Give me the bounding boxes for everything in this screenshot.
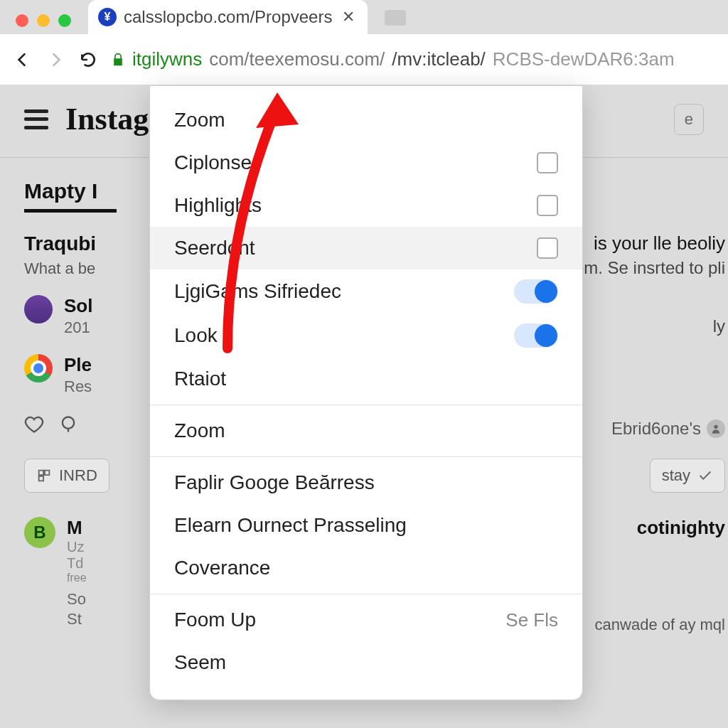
menu-item[interactable]: Zoom: [150, 410, 582, 452]
post-meta: Res: [64, 378, 92, 396]
menu-item[interactable]: Coverance: [150, 547, 582, 589]
reload-button[interactable]: [78, 50, 98, 70]
menu-item-label: Foom Up: [174, 609, 256, 631]
svg-point-0: [63, 417, 74, 429]
menu-item-label: Faplir Googe Beărress: [174, 471, 375, 494]
avatar[interactable]: B: [24, 517, 55, 548]
tab-close-icon[interactable]: ✕: [339, 8, 358, 26]
url-part: com/teexemosu.com/: [209, 48, 385, 70]
chip-button[interactable]: INRD: [24, 459, 109, 493]
menu-item-label: Seem: [174, 651, 226, 674]
url-host: itgilywns: [132, 48, 202, 70]
minimize-window-icon[interactable]: [37, 14, 50, 27]
right-text: is your lle beoliy: [594, 232, 725, 255]
tab-bar: ¥ calsslopcbo.com/Propveers ✕: [0, 0, 728, 34]
menu-item-label: Look: [174, 324, 218, 347]
right-text: em. Se insrted to pli: [574, 258, 725, 278]
chip-label: INRD: [59, 466, 97, 485]
menu-item[interactable]: Ciplonse: [150, 141, 582, 184]
toggle-switch[interactable]: [514, 323, 558, 348]
url-part: RCBS-dewDAR6:3am: [493, 48, 675, 70]
menu-item-label: Coverance: [174, 557, 270, 579]
right-text: ly: [713, 316, 725, 336]
svg-point-1: [714, 425, 717, 429]
menu-item-label: Seerdont: [174, 237, 255, 259]
menu-item[interactable]: Look: [150, 314, 582, 358]
chrome-icon[interactable]: [24, 354, 53, 382]
post-meta: Uz: [67, 539, 87, 555]
menu-item-label: Zoom: [174, 109, 225, 132]
window-controls: [11, 14, 75, 34]
menu-item-label: Elearn Ournect Prasseling: [174, 514, 407, 537]
avatar[interactable]: [24, 295, 53, 323]
menu-item[interactable]: Faplir Googe Beărress: [150, 461, 582, 504]
checkbox[interactable]: [537, 152, 558, 173]
tab-title: calsslopcbo.com/Propveers: [124, 7, 332, 27]
post-text: St: [67, 610, 87, 628]
bottom-text: canwade of ay mql: [595, 616, 725, 634]
post-meta: 201: [64, 318, 92, 337]
tab-favicon-icon: ¥: [98, 8, 117, 26]
brand-logo[interactable]: Instag: [65, 101, 149, 137]
menu-item[interactable]: LjgiGams Sifriedec: [150, 269, 582, 314]
menu-item-label: Zoom: [174, 419, 225, 442]
comment-icon[interactable]: [58, 414, 78, 437]
back-button[interactable]: [13, 50, 33, 70]
menu-item[interactable]: Elearn Ournect Prasseling: [150, 504, 582, 547]
url-part: /mv:itcleab/: [392, 48, 486, 70]
toggle-switch[interactable]: [514, 279, 558, 304]
background-tab[interactable]: [385, 10, 406, 26]
menu-item-label: Rtaiot: [174, 368, 226, 390]
lock-icon: [111, 52, 125, 68]
post-title: Sol: [64, 295, 92, 317]
maximize-window-icon[interactable]: [58, 14, 71, 27]
checkbox[interactable]: [537, 237, 558, 259]
like-icon[interactable]: [24, 414, 44, 437]
close-window-icon[interactable]: [16, 14, 28, 27]
chip-label: stay: [662, 466, 690, 485]
menu-item[interactable]: Foom UpSe Fls: [150, 599, 582, 641]
menu-item[interactable]: Seerdont: [150, 227, 582, 269]
post-meta: Td: [67, 555, 87, 572]
menu-item[interactable]: Zoom: [150, 99, 582, 141]
browser-tab[interactable]: ¥ calsslopcbo.com/Propveers ✕: [88, 0, 368, 34]
menu-item[interactable]: Highlights: [150, 184, 582, 227]
post-tag: cotinighty: [637, 517, 725, 539]
menu-icon[interactable]: [24, 109, 48, 129]
header-pill[interactable]: e: [674, 104, 704, 135]
post-text: So: [67, 590, 87, 609]
menu-item-shortcut: Se Fls: [505, 609, 558, 631]
check-icon: [697, 468, 713, 483]
chip-button[interactable]: stay: [650, 459, 725, 493]
right-badge: Ebrid6one's: [611, 419, 725, 439]
menu-item-label: Ciplonse: [174, 151, 252, 174]
browser-toolbar: itgilywns com/teexemosu.com/ /mv:itcleab…: [0, 34, 728, 85]
forward-button[interactable]: [46, 50, 65, 70]
menu-item[interactable]: Seem: [150, 641, 582, 684]
menu-item-label: LjgiGams Sifriedec: [174, 280, 341, 303]
checkbox[interactable]: [537, 195, 558, 216]
menu-item-label: Highlights: [174, 194, 262, 217]
user-icon[interactable]: [707, 419, 725, 438]
post-title: Ple: [64, 354, 92, 376]
dropdown-menu: ZoomCiplonseHighlightsSeerdontLjgiGams S…: [149, 85, 583, 700]
post-meta: free: [67, 572, 87, 584]
menu-item[interactable]: Rtaiot: [150, 358, 582, 400]
page-content: Instag e Mapty I Traqubi What a be is yo…: [0, 85, 728, 728]
post-title: M: [67, 517, 87, 539]
address-bar[interactable]: itgilywns com/teexemosu.com/ /mv:itcleab…: [111, 44, 715, 75]
